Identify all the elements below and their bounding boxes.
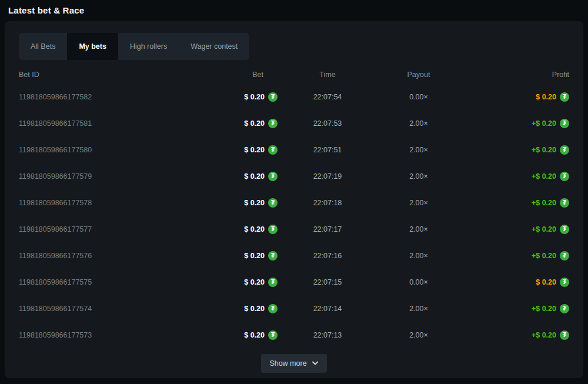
table-row: 119818059866177575 $ 0.20 ₮ 22:07:15 0.0… <box>19 269 569 295</box>
bet-time: 22:07:16 <box>278 252 377 260</box>
profit-cell: +$ 0.20 ₮ <box>460 145 569 155</box>
bet-payout: 2.00× <box>377 252 460 260</box>
profit-cell: $ 0.20 ₮ <box>460 92 569 102</box>
header-time: Time <box>278 71 377 79</box>
coin-icon: ₮ <box>268 172 278 181</box>
profit-amount: +$ 0.20 <box>532 305 556 313</box>
bet-cell: $ 0.20 ₮ <box>207 92 278 102</box>
coin-icon: ₮ <box>560 198 569 208</box>
bet-id-link[interactable]: 119818059866177575 <box>19 278 207 286</box>
tab-wager-contest[interactable]: Wager contest <box>179 33 249 60</box>
coin-icon: ₮ <box>560 92 569 102</box>
bet-amount: $ 0.20 <box>244 278 265 286</box>
profit-amount: $ 0.20 <box>536 278 556 286</box>
bet-payout: 2.00× <box>377 331 460 339</box>
bet-time: 22:07:19 <box>278 172 377 181</box>
bet-payout: 0.00× <box>377 278 460 286</box>
bet-time: 22:07:15 <box>278 278 377 286</box>
tab-all-bets[interactable]: All Bets <box>19 33 67 60</box>
table-row: 119818059866177578 $ 0.20 ₮ 22:07:18 2.0… <box>19 189 569 216</box>
coin-icon: ₮ <box>268 198 278 208</box>
bet-amount: $ 0.20 <box>244 252 265 260</box>
tab-group: All Bets My bets High rollers Wager cont… <box>19 33 249 60</box>
bet-payout: 2.00× <box>377 225 460 233</box>
profit-amount: +$ 0.20 <box>532 146 556 154</box>
bet-time: 22:07:51 <box>278 146 377 154</box>
tab-high-rollers[interactable]: High rollers <box>118 33 179 60</box>
profit-cell: +$ 0.20 ₮ <box>460 304 569 313</box>
coin-icon: ₮ <box>560 172 569 181</box>
bet-id-link[interactable]: 119818059866177579 <box>19 172 207 181</box>
bet-id-link[interactable]: 119818059866177581 <box>19 119 207 128</box>
coin-icon: ₮ <box>560 225 569 234</box>
coin-icon: ₮ <box>268 251 278 261</box>
bet-id-link[interactable]: 119818059866177574 <box>19 305 207 313</box>
bet-payout: 2.00× <box>377 172 460 181</box>
bet-cell: $ 0.20 ₮ <box>207 225 278 234</box>
bet-id-link[interactable]: 119818059866177582 <box>19 93 207 101</box>
table-header-row: Bet ID Bet Time Payout Profit <box>19 66 569 84</box>
bet-amount: $ 0.20 <box>244 305 265 313</box>
bet-cell: $ 0.20 ₮ <box>207 330 278 340</box>
table-row: 119818059866177582 $ 0.20 ₮ 22:07:54 0.0… <box>19 84 569 110</box>
show-more-container: Show more <box>19 354 569 373</box>
bet-amount: $ 0.20 <box>244 331 265 339</box>
table-row: 119818059866177576 $ 0.20 ₮ 22:07:16 2.0… <box>19 242 569 269</box>
profit-amount: +$ 0.20 <box>532 199 556 207</box>
profit-amount: +$ 0.20 <box>532 172 556 181</box>
table-body: 119818059866177582 $ 0.20 ₮ 22:07:54 0.0… <box>19 84 569 348</box>
coin-icon: ₮ <box>268 145 278 155</box>
bet-id-link[interactable]: 119818059866177573 <box>19 331 207 339</box>
table-row: 119818059866177573 $ 0.20 ₮ 22:07:13 2.0… <box>19 322 569 348</box>
bet-cell: $ 0.20 ₮ <box>207 278 278 287</box>
header-bet: Bet <box>207 71 278 79</box>
show-more-button[interactable]: Show more <box>261 354 326 373</box>
table-row: 119818059866177574 $ 0.20 ₮ 22:07:14 2.0… <box>19 295 569 322</box>
bet-payout: 2.00× <box>377 199 460 207</box>
profit-cell: +$ 0.20 ₮ <box>460 119 569 128</box>
bet-amount: $ 0.20 <box>244 119 265 128</box>
header-bet-id: Bet ID <box>19 71 207 79</box>
coin-icon: ₮ <box>268 92 278 102</box>
bet-cell: $ 0.20 ₮ <box>207 119 278 128</box>
bet-id-link[interactable]: 119818059866177580 <box>19 146 207 154</box>
chevron-down-icon <box>312 361 319 366</box>
profit-amount: +$ 0.20 <box>532 225 556 233</box>
bet-time: 22:07:13 <box>278 331 377 339</box>
bet-payout: 2.00× <box>377 119 460 128</box>
coin-icon: ₮ <box>268 225 278 234</box>
profit-cell: +$ 0.20 ₮ <box>460 225 569 234</box>
bet-id-link[interactable]: 119818059866177578 <box>19 199 207 207</box>
page-header: Latest bet & Race <box>0 0 588 21</box>
profit-cell: +$ 0.20 ₮ <box>460 198 569 208</box>
table-row: 119818059866177579 $ 0.20 ₮ 22:07:19 2.0… <box>19 163 569 189</box>
bet-amount: $ 0.20 <box>244 146 265 154</box>
coin-icon: ₮ <box>560 251 569 261</box>
coin-icon: ₮ <box>560 119 569 128</box>
bet-time: 22:07:17 <box>278 225 377 233</box>
table-row: 119818059866177581 $ 0.20 ₮ 22:07:53 2.0… <box>19 110 569 136</box>
coin-icon: ₮ <box>268 119 278 128</box>
profit-cell: +$ 0.20 ₮ <box>460 330 569 340</box>
bets-panel: All Bets My bets High rollers Wager cont… <box>5 21 583 378</box>
bet-cell: $ 0.20 ₮ <box>207 198 278 208</box>
bet-id-link[interactable]: 119818059866177576 <box>19 252 207 260</box>
bet-amount: $ 0.20 <box>244 93 265 101</box>
show-more-label: Show more <box>269 359 306 368</box>
coin-icon: ₮ <box>560 330 569 340</box>
table-row: 119818059866177580 $ 0.20 ₮ 22:07:51 2.0… <box>19 136 569 163</box>
profit-cell: +$ 0.20 ₮ <box>460 251 569 261</box>
bet-amount: $ 0.20 <box>244 199 265 207</box>
profit-amount: $ 0.20 <box>536 93 556 101</box>
bet-payout: 2.00× <box>377 305 460 313</box>
bet-cell: $ 0.20 ₮ <box>207 172 278 181</box>
coin-icon: ₮ <box>560 278 569 287</box>
coin-icon: ₮ <box>560 304 569 313</box>
bet-id-link[interactable]: 119818059866177577 <box>19 225 207 233</box>
bet-cell: $ 0.20 ₮ <box>207 251 278 261</box>
bet-cell: $ 0.20 ₮ <box>207 145 278 155</box>
profit-cell: +$ 0.20 ₮ <box>460 172 569 181</box>
profit-amount: +$ 0.20 <box>532 331 556 339</box>
tab-my-bets[interactable]: My bets <box>67 33 118 60</box>
header-profit: Profit <box>460 71 569 79</box>
